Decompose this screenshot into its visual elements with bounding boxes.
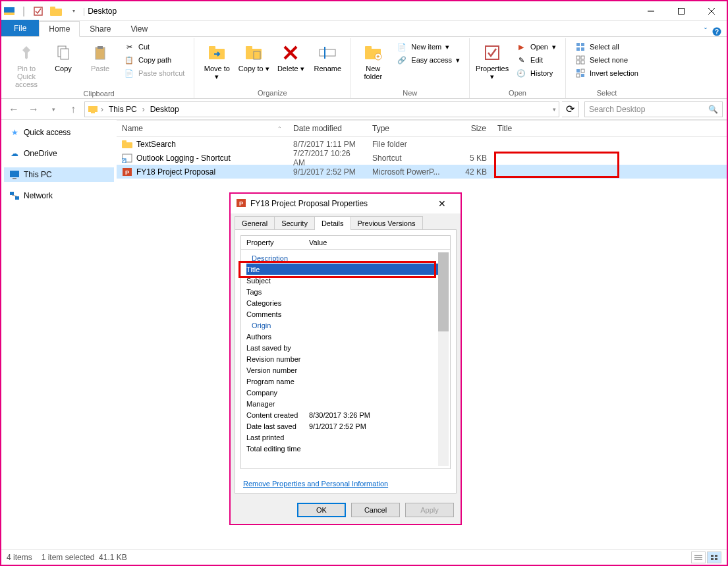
move-to-icon	[206, 42, 227, 63]
pin-icon	[16, 42, 37, 63]
breadcrumb-root[interactable]: This PC	[106, 105, 140, 114]
tab-view[interactable]: View	[121, 21, 157, 36]
paste-shortcut-button[interactable]: 📄Paste shortcut	[121, 67, 187, 79]
sidebar: ★Quick access ☁OneDrive This PC Network	[1, 120, 117, 549]
history-button[interactable]: 🕘History	[513, 67, 559, 79]
svg-rect-1	[4, 13, 14, 15]
dialog-tab-security[interactable]: Security	[274, 216, 315, 230]
paste-icon	[90, 42, 111, 63]
select-all-button[interactable]: Select all	[573, 41, 641, 53]
tab-file[interactable]: File	[1, 20, 39, 36]
prop-total-editing[interactable]: Total editing time	[246, 443, 449, 454]
prop-authors[interactable]: Authors	[246, 331, 449, 342]
svg-rect-37	[576, 69, 580, 72]
apply-button[interactable]: Apply	[405, 503, 454, 517]
dialog-close-button[interactable]: ✕	[429, 198, 455, 209]
file-row[interactable]: Outlook Logging - Shortcut 7/27/2017 10:…	[117, 151, 727, 165]
new-folder-button[interactable]: ✦New folder	[357, 40, 389, 80]
shortcut-icon	[122, 154, 132, 163]
scrollbar[interactable]	[438, 252, 449, 466]
sidebar-this-pc[interactable]: This PC	[4, 167, 114, 182]
rename-icon	[317, 42, 338, 63]
prop-program[interactable]: Program name	[246, 376, 449, 387]
dialog-title-text: FY18 Project Proposal Properties	[250, 199, 368, 208]
titlebar: | ▾ | Desktop	[1, 1, 727, 21]
tab-home[interactable]: Home	[39, 21, 80, 37]
prop-comments[interactable]: Comments	[246, 308, 449, 320]
nav-recent-dropdown[interactable]: ▾	[45, 101, 62, 117]
nav-back-button[interactable]: ←	[5, 101, 22, 117]
nav-up-button[interactable]: ↑	[65, 101, 82, 117]
copy-path-button[interactable]: 📋Copy path	[121, 54, 187, 66]
sidebar-quick-access[interactable]: ★Quick access	[4, 125, 114, 140]
svg-rect-35	[576, 61, 580, 64]
cut-button[interactable]: ✂Cut	[121, 41, 187, 53]
powerpoint-icon: P	[122, 167, 132, 177]
easy-access-button[interactable]: 🔗Easy access ▾	[394, 54, 462, 66]
view-details-button[interactable]	[691, 552, 706, 563]
search-input[interactable]: Search Desktop 🔍	[584, 101, 723, 117]
ribbon-collapse-icon[interactable]: ˇ	[704, 27, 707, 36]
help-icon[interactable]: ?	[712, 27, 721, 36]
file-row[interactable]: PFY18 Project Proposal 9/1/2017 2:52 PM …	[117, 165, 727, 179]
sidebar-onedrive[interactable]: ☁OneDrive	[4, 146, 114, 161]
svg-rect-44	[13, 178, 16, 179]
prop-version[interactable]: Version number	[246, 364, 449, 376]
column-headers[interactable]: Name⌃ Date modified Type Size Title	[117, 120, 727, 137]
status-selected-count: 1 item selected 41.1 KB	[42, 553, 127, 562]
prop-subject[interactable]: Subject	[246, 275, 449, 286]
prop-last-printed[interactable]: Last printed	[246, 432, 449, 443]
copy-button[interactable]: Copy	[47, 40, 79, 72]
close-button[interactable]	[696, 1, 727, 21]
svg-text:✦: ✦	[376, 53, 381, 60]
copy-to-button[interactable]: Copy to ▾	[238, 40, 269, 73]
svg-rect-61	[711, 558, 714, 560]
maximize-button[interactable]	[666, 1, 696, 21]
open-button[interactable]: ▶Open ▾	[513, 41, 559, 53]
property-list[interactable]: Description Title Subject Tags Categorie…	[241, 250, 450, 468]
prop-categories[interactable]: Categories	[246, 297, 449, 308]
breadcrumb-leaf[interactable]: Desktop	[148, 105, 182, 114]
prop-tags[interactable]: Tags	[246, 286, 449, 297]
select-all-icon	[575, 42, 586, 52]
new-item-button[interactable]: 📄New item ▾	[394, 41, 462, 53]
svg-rect-12	[61, 49, 69, 59]
breadcrumb[interactable]: › This PC › Desktop ▾	[84, 101, 559, 117]
refresh-button[interactable]: ⟳	[562, 101, 579, 117]
svg-rect-59	[711, 555, 714, 557]
dialog-tab-previous[interactable]: Previous Versions	[350, 216, 423, 230]
select-none-button[interactable]: Select none	[573, 54, 641, 66]
rename-button[interactable]: Rename	[312, 40, 343, 72]
move-to-button[interactable]: Move to ▾	[201, 40, 233, 81]
prop-revision[interactable]: Revision number	[246, 353, 449, 364]
powerpoint-icon: P	[236, 198, 246, 209]
qa-dropdown[interactable]: ▾	[69, 6, 79, 16]
nav-forward-button[interactable]: →	[25, 101, 42, 117]
view-large-button[interactable]	[707, 552, 721, 563]
ok-button[interactable]: OK	[297, 503, 346, 517]
tab-share[interactable]: Share	[80, 21, 121, 36]
dialog-tab-general[interactable]: General	[235, 216, 275, 230]
prop-title[interactable]: Title	[246, 264, 449, 275]
prop-content-created[interactable]: Content created8/30/2017 3:26 PM	[246, 409, 449, 420]
qa-properties-icon[interactable]	[33, 6, 43, 16]
remove-properties-link[interactable]: Remove Properties and Personal Informati…	[235, 474, 456, 493]
svg-rect-62	[715, 558, 717, 560]
file-row[interactable]: TextSearch 8/7/2017 1:11 PM File folder	[117, 137, 727, 151]
svg-rect-49	[122, 140, 126, 143]
invert-selection-button[interactable]: Invert selection	[573, 67, 641, 79]
cancel-button[interactable]: Cancel	[351, 503, 400, 517]
sidebar-network[interactable]: Network	[4, 188, 114, 203]
edit-button[interactable]: ✎Edit	[513, 54, 559, 66]
delete-button[interactable]: Delete ▾	[275, 40, 306, 73]
prop-manager[interactable]: Manager	[246, 398, 449, 409]
prop-company[interactable]: Company	[246, 387, 449, 398]
minimize-button[interactable]	[636, 1, 666, 21]
dialog-tab-details[interactable]: Details	[314, 216, 351, 230]
prop-date-last-saved[interactable]: Date last saved9/1/2017 2:52 PM	[246, 420, 449, 432]
properties-button[interactable]: Properties ▾	[476, 40, 508, 81]
prop-last-saved-by[interactable]: Last saved by	[246, 342, 449, 353]
paste-button[interactable]: Paste	[84, 40, 116, 72]
pin-to-quick-access-button[interactable]: Pin to Quick access	[11, 40, 42, 88]
group-clipboard-label: Clipboard	[84, 88, 115, 99]
